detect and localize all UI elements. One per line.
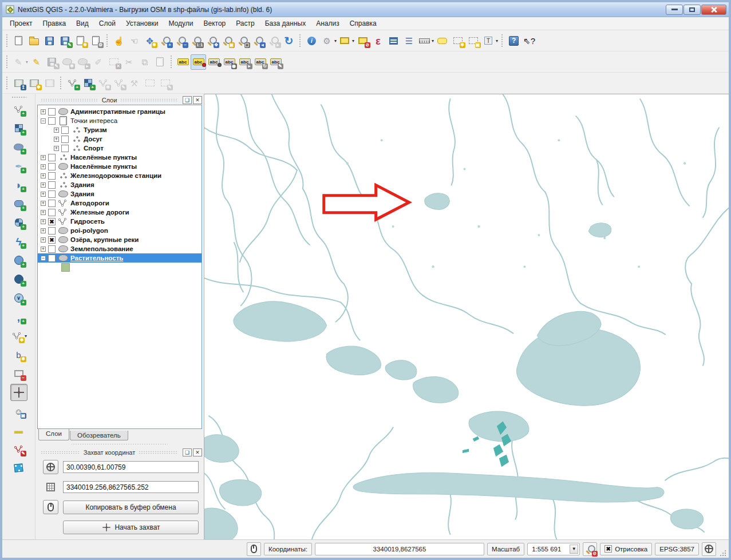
chevron-down-icon[interactable]: ▾ [26, 59, 28, 65]
layer-visibility-checkbox[interactable] [48, 108, 56, 116]
zoom-full-button[interactable]: ✥ [204, 33, 219, 49]
layer-visibility-checkbox[interactable] [48, 163, 56, 170]
add-delimited-text-layer-button[interactable]: ,+ [10, 308, 27, 325]
add-wms-wmts-layer-button[interactable]: + [10, 252, 27, 269]
zoom-out-button[interactable]: − [173, 33, 188, 49]
float-panel-button[interactable]: ❏ [183, 448, 192, 456]
tree-expander[interactable]: + [41, 164, 46, 169]
menu-item-11[interactable]: Справка [345, 18, 382, 29]
layer-visibility-checkbox[interactable] [48, 200, 56, 207]
render-checkbox-box[interactable]: ✖ Отрисовка [600, 543, 652, 555]
toolbar-grip[interactable] [299, 34, 302, 47]
layer-row[interactable]: +Досуг [38, 134, 201, 144]
new-bookmark-button[interactable]: ✱ [450, 33, 465, 49]
identify-features-button[interactable]: i [304, 33, 319, 49]
chevron-down-icon[interactable]: ▾ [334, 38, 337, 43]
add-postgis-layer-button[interactable]: + [10, 138, 27, 156]
crs-status-button[interactable] [702, 542, 716, 556]
resize-grip[interactable] [719, 549, 726, 557]
tree-expander[interactable]: + [54, 128, 59, 133]
pan-map-button[interactable]: ☜ [127, 33, 142, 49]
toolbar-grip[interactable] [60, 76, 62, 90]
select-by-expression-button[interactable]: ε [370, 33, 386, 49]
tree-expander[interactable]: + [41, 173, 46, 178]
chevron-down-icon[interactable]: ▾ [496, 38, 498, 43]
refresh-map-button[interactable]: ↻ [281, 33, 297, 49]
zoom-to-layer-button[interactable]: ▢ [235, 33, 250, 49]
layer-visibility-checkbox[interactable] [48, 255, 56, 262]
layer-visibility-checkbox[interactable] [48, 227, 56, 235]
geographic-coords-field[interactable]: 30.00390,61.00759 [63, 461, 199, 473]
toggle-mouse-tracking-button[interactable] [247, 542, 261, 556]
run-feature-action-button[interactable]: ⚙▾ [319, 33, 337, 49]
track-mouse-toggle[interactable] [43, 500, 58, 514]
tree-expander[interactable]: + [54, 137, 59, 142]
chevron-down-icon[interactable]: ▾ [432, 38, 434, 43]
projected-coords-field[interactable]: 3340019.256,8627565.252 [63, 481, 199, 493]
tree-expander[interactable]: + [41, 109, 46, 114]
menu-item-4[interactable]: Слой [94, 18, 121, 29]
menu-item-10[interactable]: Анализ [311, 18, 345, 29]
coordinate-capture-button[interactable] [10, 384, 27, 401]
tree-expander[interactable]: + [41, 219, 46, 224]
close-panel-button[interactable]: ✕ [193, 96, 202, 104]
new-shapefile-layer-button[interactable]: ✱▾ [10, 327, 27, 344]
layer-visibility-checkbox[interactable] [48, 117, 56, 125]
stop-rendering-button[interactable]: ⊘ [583, 542, 597, 556]
toolbar-grip[interactable] [6, 76, 9, 90]
menu-item-7[interactable]: Вектор [198, 18, 231, 29]
layer-visibility-checkbox[interactable] [48, 154, 56, 161]
whats-this-button[interactable]: ⇖? [521, 33, 537, 49]
chevron-down-icon[interactable]: ▾ [352, 38, 354, 43]
composer-manager-button[interactable]: ⚙ [88, 33, 104, 49]
zoom-to-selection-button[interactable]: ▣ [219, 33, 235, 49]
select-crs-button[interactable] [43, 460, 58, 474]
import-layer-to-map-upload-button[interactable]: ↥ [11, 76, 26, 91]
add-oracle-layer-button[interactable]: ϟ+ [10, 233, 27, 250]
toolbar-grip[interactable] [106, 34, 109, 47]
dock-tab-обозреватель[interactable]: Обозреватель [70, 431, 128, 440]
topology-checker-button[interactable] [10, 459, 27, 476]
minimize-button[interactable] [666, 5, 683, 15]
remove-layer-button[interactable]: − [10, 365, 27, 382]
new-plugin-layer-button[interactable]: b✱ [10, 346, 27, 363]
add-web-globe-layer-button[interactable]: + [10, 271, 27, 288]
menu-item-5[interactable]: Установки [121, 18, 163, 29]
tree-expander[interactable]: + [41, 201, 46, 206]
layer-visibility-checkbox[interactable] [48, 190, 56, 198]
add-wms-layer-button[interactable]: + [10, 195, 27, 212]
open-attribute-table-button[interactable] [386, 33, 401, 49]
panel-grip[interactable] [120, 98, 178, 102]
new-vector-layer-button[interactable]: + [65, 76, 80, 91]
maximize-button[interactable] [683, 5, 701, 15]
close-panel-button[interactable]: ✕ [193, 448, 202, 456]
layer-visibility-checkbox[interactable]: ✖ [48, 236, 56, 244]
map-canvas[interactable] [204, 94, 729, 539]
move-label-button[interactable]: abc▸ [237, 54, 252, 70]
rotate-label-button[interactable]: abc↻ [252, 54, 268, 70]
touch-button[interactable]: ☝ [111, 33, 127, 49]
layer-labeling-options-button[interactable]: abc [175, 54, 191, 70]
menu-item-2[interactable]: Правка [38, 18, 72, 29]
highlight-pinned-labels-button[interactable]: abc [206, 54, 222, 70]
add-spatialite-layer-button[interactable]: ✒+ [10, 157, 27, 174]
toolbar-grip[interactable] [11, 96, 26, 99]
map-tips-button[interactable] [434, 33, 450, 49]
add-mssql-layer-button[interactable]: ◗+ [10, 176, 27, 193]
panel-grip[interactable] [139, 451, 178, 454]
render-checkbox[interactable]: ✖ [604, 545, 612, 553]
toolbar-grip[interactable] [6, 55, 9, 69]
show-hide-labels-button[interactable]: abc◉ [222, 54, 237, 70]
pipe-plugin-button[interactable]: ▬ [10, 422, 27, 439]
close-button[interactable] [701, 5, 726, 15]
tree-expander[interactable]: + [41, 155, 46, 160]
menu-item-6[interactable]: Модули [163, 18, 198, 29]
deselect-features-button[interactable]: ⊘ [355, 33, 370, 49]
coordinates-field[interactable]: 3340019,8627565 [315, 543, 484, 555]
measure-button[interactable]: ▾ [417, 33, 434, 49]
layer-row[interactable]: −Растительность [38, 253, 201, 263]
add-vector-layer-button[interactable]: + [10, 101, 27, 118]
menu-item-3[interactable]: Вид [71, 18, 94, 29]
layer-visibility-checkbox[interactable] [48, 245, 56, 253]
panel-grip[interactable] [41, 98, 98, 102]
